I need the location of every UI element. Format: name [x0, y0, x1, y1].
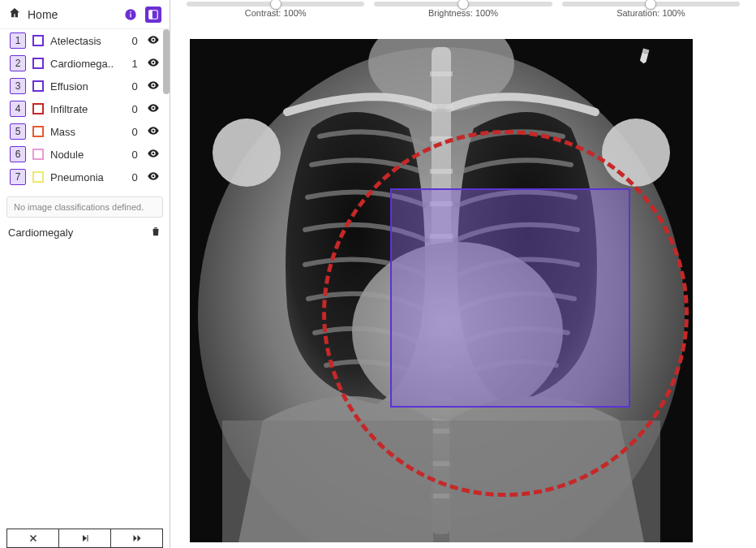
brightness-slider[interactable] — [374, 2, 552, 6]
svg-rect-4 — [149, 10, 152, 19]
label-hotkey: 7 — [10, 169, 26, 185]
visibility-toggle-icon[interactable] — [147, 33, 160, 49]
label-row[interactable]: 4Infiltrate0 — [0, 97, 170, 120]
svg-rect-15 — [430, 169, 453, 174]
label-count: 0 — [129, 149, 140, 161]
playback-controls — [0, 529, 170, 548]
label-row[interactable]: 1Atelectasis0 — [0, 29, 170, 52]
visibility-toggle-icon[interactable] — [147, 56, 160, 71]
image-canvas[interactable] — [190, 39, 693, 542]
label-row[interactable]: 7Pneumonia0 — [0, 166, 170, 188]
svg-rect-14 — [430, 136, 453, 141]
visibility-toggle-icon[interactable] — [147, 124, 160, 140]
label-count: 0 — [129, 103, 140, 115]
sidebar-header: Home — [0, 0, 170, 29]
label-list: 1Atelectasis02Cardiomega..13Effusion04In… — [0, 29, 170, 188]
svg-point-2 — [130, 11, 131, 12]
label-row[interactable]: 2Cardiomega..1 — [0, 52, 170, 75]
step-forward-button[interactable] — [59, 529, 111, 548]
panel-toggle-icon[interactable] — [145, 6, 161, 23]
label-hotkey: 6 — [10, 146, 26, 162]
label-hotkey: 1 — [10, 32, 26, 49]
contrast-slider[interactable] — [187, 2, 364, 6]
label-color-swatch — [32, 126, 44, 137]
delete-annotation-icon[interactable] — [150, 226, 161, 239]
label-color-swatch — [32, 35, 44, 46]
label-name: Effusion — [50, 80, 122, 93]
label-count: 1 — [129, 58, 140, 70]
visibility-toggle-icon[interactable] — [147, 79, 160, 94]
label-name: Pneumonia — [50, 171, 122, 183]
brightness-control: Brightness: 100% — [374, 0, 552, 18]
sidebar: Home 1Atelectasis02Cardiomega..13Effusio… — [0, 0, 170, 548]
label-count: 0 — [129, 171, 140, 183]
visibility-toggle-icon[interactable] — [147, 147, 160, 162]
label-color-swatch — [32, 171, 44, 183]
label-name: Mass — [50, 126, 122, 138]
label-name: Atelectasis — [50, 35, 122, 47]
info-icon[interactable] — [122, 6, 139, 23]
label-hotkey: 3 — [10, 78, 26, 94]
svg-rect-1 — [130, 13, 131, 17]
svg-point-9 — [213, 119, 281, 187]
visibility-toggle-icon[interactable] — [147, 101, 160, 117]
main-area: Contrast: 100% Brightness: 100% Saturati… — [170, 0, 756, 548]
label-color-swatch — [32, 58, 44, 69]
label-color-swatch — [32, 103, 44, 114]
label-color-swatch — [32, 80, 44, 92]
label-hotkey: 5 — [10, 123, 26, 140]
svg-rect-13 — [430, 104, 453, 109]
svg-rect-12 — [430, 71, 453, 76]
svg-rect-27 — [222, 421, 660, 542]
image-adjustments: Contrast: 100% Brightness: 100% Saturati… — [170, 0, 756, 29]
annotation-name: Cardiomegaly — [8, 227, 73, 239]
annotation-entry[interactable]: Cardiomegaly — [0, 222, 170, 243]
fast-forward-button[interactable] — [111, 529, 163, 548]
close-button[interactable] — [6, 529, 59, 548]
label-count: 0 — [129, 35, 140, 47]
home-icon[interactable] — [8, 6, 21, 22]
home-label[interactable]: Home — [28, 8, 116, 21]
label-hotkey: 2 — [10, 55, 26, 71]
no-classifications-message: No image classifications defined. — [6, 196, 163, 218]
svg-rect-5 — [87, 535, 88, 542]
label-row[interactable]: 5Mass0 — [0, 120, 170, 143]
visibility-toggle-icon[interactable] — [147, 170, 160, 185]
annotation-rect-cardiomegaly[interactable] — [390, 188, 630, 408]
contrast-control: Contrast: 100% — [187, 0, 364, 18]
svg-point-10 — [602, 119, 670, 187]
label-count: 0 — [129, 80, 140, 93]
saturation-control: Saturation: 100% — [562, 0, 740, 18]
scrollbar-thumb[interactable] — [163, 29, 170, 94]
label-name: Nodule — [50, 149, 122, 161]
label-hotkey: 4 — [10, 101, 26, 117]
label-name: Cardiomega.. — [50, 58, 122, 70]
label-name: Infiltrate — [50, 103, 122, 115]
label-row[interactable]: 6Nodule0 — [0, 143, 170, 166]
label-color-swatch — [32, 149, 44, 160]
label-row[interactable]: 3Effusion0 — [0, 75, 170, 97]
label-count: 0 — [129, 126, 140, 138]
saturation-slider[interactable] — [562, 2, 740, 6]
